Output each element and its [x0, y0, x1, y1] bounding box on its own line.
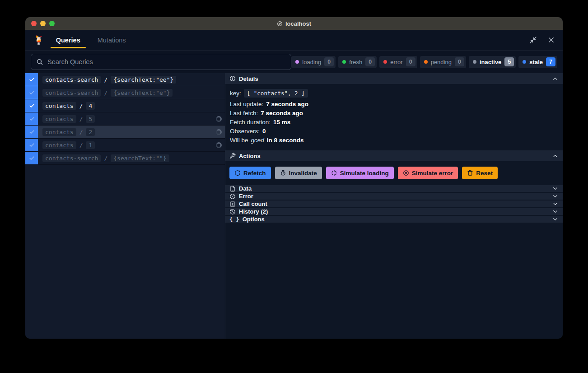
simulate-error-button[interactable]: Simulate error: [398, 167, 458, 179]
tab-mutations[interactable]: Mutations: [98, 30, 126, 50]
query-key-value: [ "contacts", 2 ]: [244, 89, 308, 98]
section-title: Data: [239, 185, 252, 192]
query-key: contacts-search/{searchText:"ee"}: [38, 73, 225, 86]
tropical-drink-logo: 🍹: [33, 35, 44, 45]
query-checkbox[interactable]: [25, 99, 38, 112]
query-checkbox[interactable]: [25, 152, 38, 164]
chevron-down-icon: [552, 193, 559, 200]
detail-label: Observers:: [230, 128, 260, 135]
check-icon: [29, 90, 35, 96]
filter-count: 0: [406, 57, 415, 66]
section-title: Error: [239, 193, 253, 200]
query-row[interactable]: contacts-search/{searchText:"ee"}: [25, 73, 225, 86]
query-row[interactable]: contacts/5: [25, 112, 225, 126]
check-icon: [29, 103, 35, 109]
details-body: key: [ "contacts", 2 ] Last update:7 sec…: [225, 85, 563, 150]
query-row[interactable]: contacts/2: [25, 126, 225, 139]
query-checkbox[interactable]: [25, 73, 38, 86]
minimize-traffic-button[interactable]: [40, 21, 46, 26]
filter-badge-loading[interactable]: loading0: [291, 56, 336, 68]
filter-badge-error[interactable]: error0: [379, 56, 417, 68]
file-text-icon: [229, 186, 236, 192]
query-key-segment: contacts-search: [42, 89, 101, 97]
query-key-segment: {searchText:"ee"}: [111, 76, 176, 84]
filter-count: 0: [324, 57, 334, 66]
check-icon: [29, 142, 35, 148]
fetching-spinner-icon: [216, 116, 222, 122]
arrows-collapse-icon[interactable]: [529, 36, 537, 44]
query-checkbox[interactable]: [25, 86, 38, 99]
info-circle-icon: [229, 75, 236, 82]
invalidate-button[interactable]: Invalidate: [275, 167, 322, 179]
chevron-down-icon: [552, 185, 559, 192]
status-dot-icon: [342, 60, 346, 64]
query-row[interactable]: contacts-search/{searchText:""}: [25, 152, 225, 165]
status-dot-icon: [383, 60, 387, 64]
section-header-data[interactable]: Data: [225, 185, 563, 192]
filter-badge-inactive[interactable]: inactive5: [469, 56, 516, 68]
query-key-segment: contacts-search: [42, 154, 101, 162]
simulate-loading-button[interactable]: Simulate loading: [326, 167, 394, 179]
query-row[interactable]: contacts/4: [25, 99, 225, 112]
zoom-traffic-button[interactable]: [49, 21, 55, 26]
section-header-history-2[interactable]: History (2): [225, 208, 563, 215]
query-key-segment: {searchText:""}: [111, 154, 169, 162]
actions-section-header[interactable]: Actions: [225, 150, 563, 161]
chevron-down-icon: [552, 208, 559, 215]
search-box[interactable]: [31, 54, 291, 70]
status-dot-icon: [473, 60, 476, 64]
circle-x-icon: [229, 193, 236, 200]
chevron-down-icon: [552, 200, 559, 207]
key-label: key:: [230, 90, 241, 97]
actions-section-title: Actions: [239, 153, 261, 159]
actions-body: RefetchInvalidateSimulate loadingSimulat…: [225, 162, 563, 185]
traffic-lights: [31, 17, 55, 30]
detail-row: Last update:7 seconds ago: [230, 99, 558, 108]
key-separator: /: [79, 142, 83, 149]
status-dot-icon: [424, 60, 428, 64]
detail-value: 15 ms: [273, 119, 290, 126]
detail-row: Observers:0: [230, 126, 558, 135]
section-header-options[interactable]: { }Options: [225, 216, 563, 223]
filter-count: 0: [455, 57, 464, 66]
reset-button[interactable]: Reset: [462, 167, 498, 179]
query-key: contacts/2: [38, 126, 225, 138]
close-traffic-button[interactable]: [31, 21, 37, 26]
button-label: Simulate error: [412, 170, 453, 177]
search-input[interactable]: [47, 58, 286, 65]
key-separator: /: [79, 103, 83, 109]
tab-bar: QueriesMutations: [56, 30, 143, 50]
query-row[interactable]: contacts-search/{searchText:"e"}: [25, 86, 225, 99]
filter-badge-pending[interactable]: pending0: [420, 56, 466, 68]
section-header-call-count[interactable]: Call count: [225, 200, 563, 207]
filter-count: 5: [504, 57, 514, 66]
tab-queries[interactable]: Queries: [56, 30, 80, 50]
detail-row: Last fetch:7 seconds ago: [230, 108, 558, 117]
query-list: contacts-search/{searchText:"ee"}contact…: [25, 73, 225, 339]
filter-label: fresh: [349, 59, 362, 65]
fetching-spinner-icon: [216, 129, 222, 135]
details-section-header[interactable]: Details: [225, 73, 563, 84]
filter-label: loading: [302, 59, 321, 65]
refetch-button[interactable]: Refetch: [229, 167, 271, 179]
query-row[interactable]: contacts/1: [25, 139, 225, 152]
close-icon[interactable]: [548, 37, 555, 43]
query-checkbox[interactable]: [25, 139, 38, 151]
query-key: contacts/4: [38, 99, 225, 112]
filter-badge-stale[interactable]: stale7: [518, 56, 557, 68]
window-title: localhost: [277, 20, 311, 27]
section-title: Options: [243, 216, 265, 223]
key-separator: /: [104, 76, 107, 83]
sigma-box-icon: [229, 201, 236, 207]
filter-badge-fresh[interactable]: fresh0: [338, 56, 377, 68]
query-checkbox[interactable]: [25, 112, 38, 125]
filter-count: 7: [546, 57, 555, 66]
query-key-segment: contacts: [42, 141, 76, 149]
query-key-segment: contacts: [42, 102, 76, 110]
details-panel: Details key: [ "contacts", 2 ] Last upda…: [225, 73, 563, 339]
query-checkbox[interactable]: [25, 126, 38, 138]
detail-value: 0: [262, 128, 266, 135]
query-key: contacts/1: [38, 139, 225, 151]
fetching-spinner-icon: [216, 142, 222, 148]
section-header-error[interactable]: Error: [225, 193, 563, 200]
